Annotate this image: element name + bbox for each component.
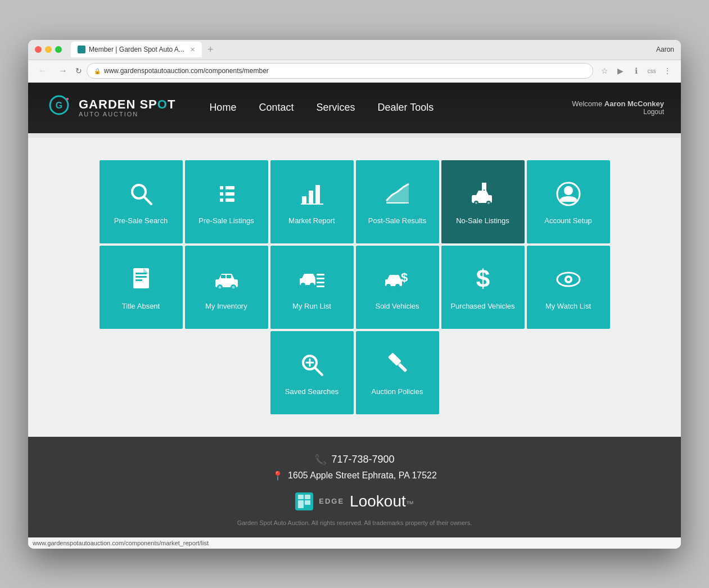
logo-area: G GARDEN SPOT Auto Auction	[45, 94, 175, 122]
car-icon	[212, 263, 241, 296]
new-tab-button[interactable]: +	[207, 44, 214, 56]
list-icon	[212, 177, 241, 211]
search-icon	[127, 177, 156, 211]
tab-close-button[interactable]: ✕	[190, 46, 195, 53]
info-icon[interactable]: ℹ	[629, 64, 643, 78]
tile-market-report[interactable]: Market Report	[270, 160, 354, 243]
nav-services[interactable]: Services	[305, 97, 366, 118]
svg-point-18	[475, 202, 477, 204]
minimize-button[interactable]	[45, 46, 52, 53]
svg-point-48	[567, 278, 570, 281]
welcome-text: Welcome Aaron McConkey	[572, 99, 664, 108]
tile-my-run-list[interactable]: My Run List	[270, 246, 354, 329]
toolbar-icons: ☆ ▶ ℹ css ⋮	[598, 64, 674, 78]
tile-purchased-vehicles[interactable]: $ Purchased Vehicles	[441, 246, 525, 329]
tile-label: My Watch List	[545, 302, 591, 311]
logo-brand: GARDEN SPOT	[79, 98, 175, 111]
css-icon[interactable]: css	[645, 64, 658, 78]
svg-point-43	[395, 284, 400, 288]
tile-label: My Inventory	[205, 302, 247, 311]
tile-auction-policies[interactable]: Auction Policies	[356, 331, 439, 414]
browser-toolbar: ← → ↻ 🔒 www.gardenspotautoauction.com/co…	[28, 60, 681, 83]
nav-contact[interactable]: Contact	[247, 97, 305, 118]
tiles-grid: Pre-Sale Search Pre-Sale	[100, 160, 610, 414]
svg-rect-37	[317, 274, 324, 275]
footer-copyright: Garden Spot Auto Auction. All rights res…	[28, 519, 681, 526]
svg-rect-13	[315, 185, 320, 204]
logo-icon: G	[45, 94, 73, 122]
tile-post-sale-results[interactable]: Post-Sale Results	[356, 160, 439, 243]
svg-text:$: $	[400, 270, 407, 284]
svg-rect-5	[220, 186, 223, 189]
svg-rect-40	[317, 286, 324, 287]
logout-link[interactable]: Logout	[572, 108, 664, 116]
tile-label: Sold Vehicles	[375, 302, 419, 311]
maximize-button[interactable]	[55, 46, 62, 53]
url-text: www.gardenspotautoauction.com/components…	[104, 67, 269, 75]
site-nav: Home Contact Services Dealer Tools	[198, 97, 445, 118]
svg-rect-28	[221, 275, 225, 278]
tile-pre-sale-search[interactable]: Pre-Sale Search	[100, 160, 183, 243]
tile-title-absent[interactable]: Title Absent	[100, 246, 183, 329]
empty-cell-4	[527, 331, 610, 414]
tile-my-watch-list[interactable]: My Watch List	[527, 246, 610, 329]
footer-logo: EDGE Lookout™	[28, 492, 681, 510]
footer-phone: 📞 717-738-7900	[28, 454, 681, 466]
svg-rect-10	[225, 198, 234, 202]
tile-label: Saved Searches	[285, 387, 338, 397]
reload-button[interactable]: ↻	[75, 66, 82, 75]
svg-point-20	[487, 202, 490, 204]
address-bar[interactable]: 🔒 www.gardenspotautoauction.com/componen…	[87, 63, 593, 79]
tile-pre-sale-listings[interactable]: Pre-Sale Listings	[185, 160, 268, 243]
tile-label: Market Report	[288, 216, 335, 226]
tile-label: Auction Policies	[372, 387, 423, 397]
edge-label: EDGE	[319, 497, 344, 505]
svg-rect-8	[225, 192, 234, 196]
gavel-icon	[383, 348, 412, 382]
tile-label: Pre-Sale Listings	[198, 216, 254, 226]
svg-point-33	[232, 286, 234, 289]
phone-icon: 📞	[314, 454, 327, 466]
svg-line-4	[144, 197, 151, 204]
tile-my-inventory[interactable]: My Inventory	[185, 246, 268, 329]
svg-rect-6	[225, 186, 234, 189]
location-icon: 📍	[272, 471, 283, 481]
nav-home[interactable]: Home	[198, 97, 247, 118]
site-content: G GARDEN SPOT Auto Auction Home Contact …	[28, 83, 681, 537]
svg-rect-9	[220, 198, 223, 202]
forward-button[interactable]: →	[55, 65, 71, 77]
site-divider	[28, 133, 681, 138]
empty-cell-2	[185, 331, 268, 414]
close-button[interactable]	[35, 46, 42, 53]
tile-sold-vehicles[interactable]: $ Sold Vehicles	[356, 246, 439, 329]
svg-point-36	[310, 283, 314, 287]
back-button[interactable]: ←	[35, 65, 51, 77]
search-plus-icon	[297, 348, 327, 382]
nav-dealer-tools[interactable]: Dealer Tools	[366, 97, 445, 118]
svg-text:G: G	[56, 101, 62, 110]
svg-rect-12	[309, 191, 313, 204]
tab-title: Member | Garden Spot Auto A...	[89, 46, 184, 53]
tile-label: My Run List	[292, 302, 331, 311]
site-header: G GARDEN SPOT Auto Auction Home Contact …	[28, 83, 681, 133]
star-icon[interactable]: ☆	[598, 64, 611, 78]
browser-statusbar: www.gardenspotautoauction.com/components…	[28, 537, 681, 549]
tile-saved-searches[interactable]: Saved Searches	[270, 331, 354, 414]
tile-account-setup[interactable]: Account Setup	[527, 160, 610, 243]
tile-label: Pre-Sale Search	[114, 216, 168, 226]
svg-line-50	[315, 368, 322, 375]
cast-icon[interactable]: ▶	[613, 64, 627, 78]
tile-label: Account Setup	[544, 216, 592, 226]
eye-icon	[554, 263, 583, 296]
tile-label: Title Absent	[122, 302, 160, 311]
svg-rect-39	[317, 282, 324, 283]
browser-window: Member | Garden Spot Auto A... ✕ + Aaron…	[28, 40, 681, 549]
svg-rect-23	[133, 268, 149, 288]
svg-rect-11	[302, 196, 306, 204]
user-circle-icon	[554, 177, 583, 211]
menu-icon[interactable]: ⋮	[661, 64, 674, 78]
tile-no-sale-listings[interactable]: No-Sale Listings	[441, 160, 525, 243]
browser-tab[interactable]: Member | Garden Spot Auto A... ✕	[71, 42, 202, 57]
header-user: Welcome Aaron McConkey Logout	[572, 99, 664, 116]
svg-rect-25	[136, 276, 147, 278]
